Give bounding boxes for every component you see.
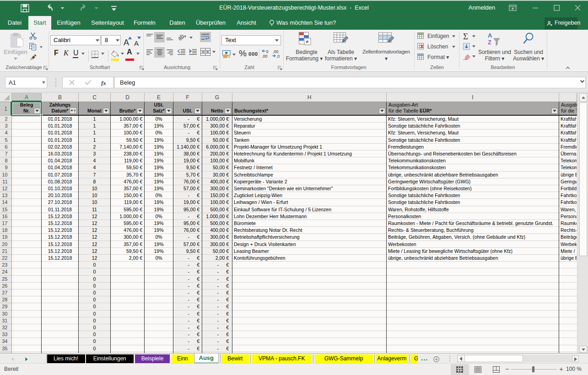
svg-text:A: A <box>488 32 492 39</box>
svg-text:Z: Z <box>488 39 491 46</box>
svg-text:,00: ,00 <box>273 49 279 54</box>
svg-text:,00: ,00 <box>262 54 268 59</box>
svg-text:≠: ≠ <box>306 39 308 44</box>
svg-text:fx: fx <box>101 80 106 86</box>
svg-text:0: 0 <box>266 49 269 54</box>
